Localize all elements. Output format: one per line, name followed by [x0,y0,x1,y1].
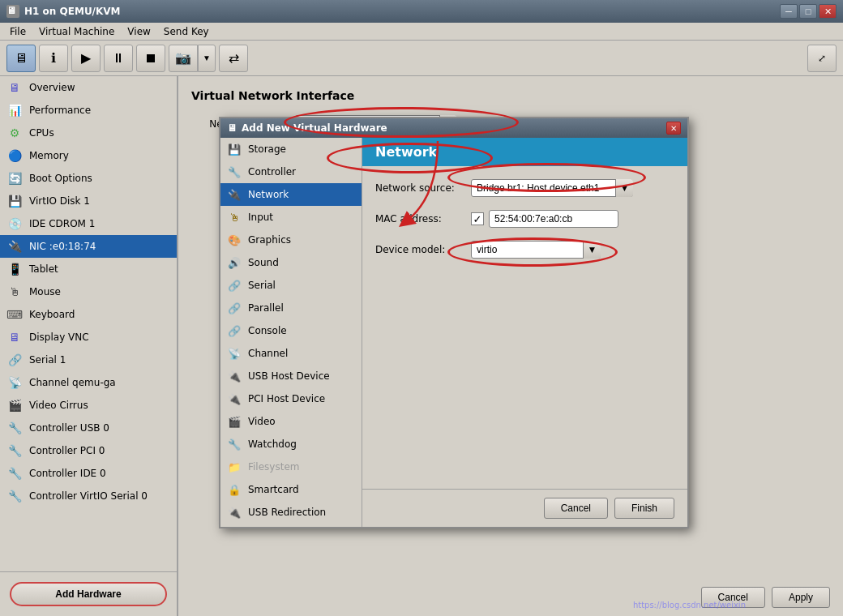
sidebar-item-display-vnc[interactable]: 🖥 Display VNC [0,326,177,349]
dialog-network-source-select[interactable]: Bridge br1: Host device eth1 [471,179,633,197]
disk-icon: 💾 [6,193,23,209]
toolbar-stop-btn[interactable]: ⏹ [136,45,165,72]
dialog-item-console[interactable]: 🔗 Console [220,319,362,342]
keyboard-icon: ⌨ [6,306,23,323]
dialog-item-graphics[interactable]: 🎨 Graphics [220,229,362,251]
nic-icon: 🔌 [6,238,23,255]
dialog-label-graphics: Graphics [248,234,291,246]
dialog-panel-header: Network [362,138,687,166]
sidebar-label-boot: Boot Options [29,173,92,184]
sidebar-item-cpus[interactable]: ⚙ CPUs [0,122,177,144]
menu-virtual-machine[interactable]: Virtual Machine [32,24,121,39]
menu-send-key[interactable]: Send Key [157,24,216,39]
dialog-item-smartcard[interactable]: 🔒 Smartcard [220,478,362,501]
dialog-item-network[interactable]: 🔌 Network [220,183,362,206]
main-area: 🖥 Overview 📊 Performance ⚙ CPUs 🔵 Memory… [0,76,843,616]
close-button[interactable]: ✕ [819,4,837,19]
toolbar-fullscreen-btn[interactable]: ⤢ [807,45,837,72]
dialog-net-source-wrapper: Bridge br1: Host device eth1 ▼ [471,179,633,197]
sidebar-item-virtio-disk-1[interactable]: 💾 VirtIO Disk 1 [0,190,177,212]
dialog-item-controller[interactable]: 🔧 Controller [220,160,362,183]
sidebar-item-tablet[interactable]: 📱 Tablet [0,258,177,280]
sidebar-label-memory: Memory [29,150,69,161]
dialog-item-usb-host-device[interactable]: 🔌 USB Host Device [220,365,362,387]
sidebar: 🖥 Overview 📊 Performance ⚙ CPUs 🔵 Memory… [0,76,178,616]
sidebar-item-mouse[interactable]: 🖱 Mouse [0,280,177,303]
mac-address-input[interactable] [489,210,618,228]
dialog-item-channel[interactable]: 📡 Channel [220,342,362,365]
usb-redir-icon: 🔌 [227,505,242,520]
dialog-label-pci-host: PCI Host Device [248,393,325,404]
mac-checkbox[interactable]: ✓ [471,212,484,225]
sidebar-item-overview[interactable]: 🖥 Overview [0,76,177,99]
dialog-item-usb-redirection[interactable]: 🔌 USB Redirection [220,501,362,524]
sidebar-label-display: Display VNC [29,332,89,343]
dialog-finish-button[interactable]: Finish [614,498,674,519]
sidebar-item-controller-ide-0[interactable]: 🔧 Controller IDE 0 [0,462,177,485]
sidebar-item-serial-1[interactable]: 🔗 Serial 1 [0,349,177,371]
sidebar-label-performance: Performance [29,105,91,116]
dialog-cancel-button[interactable]: Cancel [544,498,608,519]
sidebar-item-keyboard[interactable]: ⌨ Keyboard [0,303,177,326]
sidebar-item-nic[interactable]: 🔌 NIC :e0:18:74 [0,235,177,258]
sidebar-item-ide-cdrom-1[interactable]: 💿 IDE CDROM 1 [0,212,177,235]
sound-icon: 🔊 [227,255,242,270]
video-d-icon: 🎬 [227,414,242,429]
toolbar-monitor-btn[interactable]: 🖥 [6,45,36,72]
video-icon: 🎬 [6,397,23,413]
dialog-net-source-label: Network source: [375,182,464,194]
dialog-item-serial[interactable]: 🔗 Serial [220,274,362,297]
dialog-label-smartcard: Smartcard [248,484,299,495]
toolbar-info-btn[interactable]: ℹ [39,45,68,72]
sidebar-label-cpus: CPUs [29,127,54,139]
dialog-item-tpm[interactable]: 🔒 TPM [220,524,362,527]
dialog-item-storage[interactable]: 💾 Storage [220,138,362,160]
sidebar-item-channel-qemu-ga[interactable]: 📡 Channel qemu-ga [0,371,177,394]
toolbar-snapshot-btn[interactable]: 📷 [169,45,198,72]
sidebar-label-cdrom: IDE CDROM 1 [29,218,95,229]
dialog-close-button[interactable]: ✕ [666,122,681,135]
sidebar-item-memory[interactable]: 🔵 Memory [0,144,177,167]
toolbar-pause-btn[interactable]: ⏸ [104,45,133,72]
sidebar-item-boot-options[interactable]: 🔄 Boot Options [0,167,177,190]
watchdog-icon: 🔧 [227,437,242,451]
dialog-network-source-row: Network source: Bridge br1: Host device … [375,179,674,197]
sidebar-item-video-cirrus[interactable]: 🎬 Video Cirrus [0,394,177,417]
menu-file[interactable]: File [3,24,32,39]
menu-view[interactable]: View [121,24,156,39]
sidebar-label-ctrl-ide: Controller IDE 0 [29,468,106,479]
ctrl-ide-icon: 🔧 [6,465,23,481]
sidebar-label-virtio-disk: VirtIO Disk 1 [29,195,90,207]
dialog-device-model-select[interactable]: virtio [471,241,601,259]
performance-icon: 📊 [6,102,23,118]
dialog-item-pci-host-device[interactable]: 🔌 PCI Host Device [220,387,362,410]
sidebar-item-controller-virtio[interactable]: 🔧 Controller VirtIO Serial 0 [0,485,177,507]
dialog-item-input[interactable]: 🖱 Input [220,206,362,229]
toolbar-migrate-btn[interactable]: ⇄ [219,45,248,72]
dialog-item-video[interactable]: 🎬 Video [220,410,362,433]
dialog-label-network: Network [248,189,289,200]
sidebar-item-performance[interactable]: 📊 Performance [0,99,177,122]
bg-apply-button[interactable]: Apply [772,587,830,608]
dialog-title: Add New Virtual Hardware [242,122,387,134]
dialog-item-parallel[interactable]: 🔗 Parallel [220,297,362,319]
dialog-device-model-row: Device model: virtio ▼ [375,241,674,259]
dialog-item-watchdog[interactable]: 🔧 Watchdog [220,433,362,456]
dialog-label-serial: Serial [248,280,276,291]
dialog-icon: 🖥 [227,122,237,134]
serial-d-icon: 🔗 [227,278,242,293]
bg-cancel-button[interactable]: Cancel [701,587,765,608]
minimize-button[interactable]: ─ [780,4,798,19]
sidebar-item-controller-pci-0[interactable]: 🔧 Controller PCI 0 [0,439,177,462]
dialog-item-filesystem[interactable]: 📁 Filesystem [220,456,362,478]
sidebar-label-nic: NIC :e0:18:74 [29,241,96,252]
toolbar-play-btn[interactable]: ▶ [71,45,101,72]
toolbar-snapshot-arrow[interactable]: ▼ [198,45,216,72]
dialog-right-content: Network source: Bridge br1: Host device … [362,166,687,489]
add-hardware-button[interactable]: Add Hardware [10,582,167,606]
sidebar-item-controller-usb-0[interactable]: 🔧 Controller USB 0 [0,417,177,439]
cpus-icon: ⚙ [6,125,23,141]
dialog-item-sound[interactable]: 🔊 Sound [220,251,362,274]
maximize-button[interactable]: □ [799,4,817,19]
dialog-right-panel: Network Network source: Bridge br1: Host… [362,138,687,527]
